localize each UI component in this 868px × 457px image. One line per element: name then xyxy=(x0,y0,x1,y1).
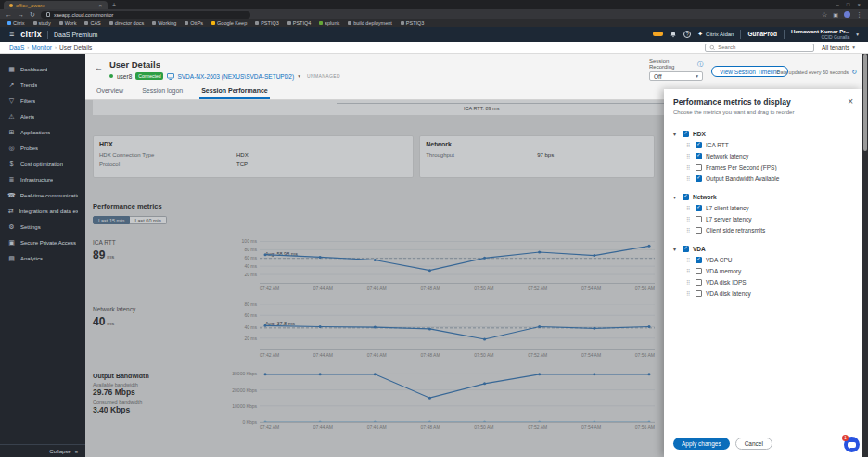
session-recording-select[interactable]: Off ▾ xyxy=(649,71,703,81)
chat-help-button[interactable]: 1 xyxy=(844,437,860,452)
chevron-down-icon[interactable]: ▾ xyxy=(298,73,300,79)
bookmark-item[interactable]: PSTIQ3 xyxy=(401,20,425,26)
tab-session-performance[interactable]: Session Performance xyxy=(199,87,270,99)
metric-group-network[interactable]: ▾ Network xyxy=(673,191,853,202)
checkbox[interactable] xyxy=(696,153,702,159)
drag-handle-icon[interactable]: ⠿ xyxy=(686,279,692,286)
back-arrow-icon[interactable]: ← xyxy=(95,63,103,72)
checkbox[interactable] xyxy=(696,257,702,263)
sidebar-item-settings[interactable]: ⚙Settings xyxy=(0,219,85,235)
browser-profile-avatar[interactable] xyxy=(844,11,850,18)
metric-item[interactable]: ⠿Client side retransmits xyxy=(673,224,853,235)
search-input[interactable] xyxy=(718,44,810,50)
chevron-down-icon[interactable]: ▾ xyxy=(673,131,679,137)
drag-handle-icon[interactable]: ⠿ xyxy=(686,153,692,159)
close-icon[interactable]: × xyxy=(848,97,853,107)
org-switcher[interactable]: GunaProd xyxy=(747,31,776,37)
hamburger-menu-icon[interactable]: ≡ xyxy=(9,30,14,39)
breadcrumb-daas[interactable]: DaaS xyxy=(9,44,24,51)
url-bar[interactable]: xaeapp.cloud.com/monitor xyxy=(41,11,250,19)
sidebar-item-infrastructure[interactable]: ≣Infrastructure xyxy=(0,171,85,187)
checkbox[interactable] xyxy=(696,216,702,222)
checkbox[interactable] xyxy=(696,279,702,286)
metric-item[interactable]: ⠿ICA RTT xyxy=(673,139,853,150)
sidebar-item-applications[interactable]: ⊞Applications xyxy=(0,124,85,140)
checkbox[interactable] xyxy=(683,131,689,137)
tab-session-logon[interactable]: Session logon xyxy=(140,87,185,99)
breadcrumb-monitor[interactable]: Monitor xyxy=(32,44,52,51)
reload-icon[interactable]: ↻ xyxy=(30,11,35,18)
window-maximize-icon[interactable]: □ xyxy=(847,2,850,7)
metric-item[interactable]: ⠿VDA memory xyxy=(673,265,853,276)
drag-handle-icon[interactable]: ⠿ xyxy=(686,164,692,171)
back-icon[interactable]: ← xyxy=(6,11,12,18)
assistant-button[interactable]: ✦ Citrix Aidan xyxy=(697,31,734,38)
browser-menu-icon[interactable]: ⋮ xyxy=(856,11,862,18)
bookmark-item[interactable]: CAS xyxy=(84,20,100,26)
bookmark-item[interactable]: Working xyxy=(152,20,176,26)
checkbox[interactable] xyxy=(696,227,702,234)
metric-item[interactable]: ⠿Frames Per Second (FPS) xyxy=(673,161,853,172)
browser-tab[interactable]: office_aware × xyxy=(4,1,108,9)
metric-item[interactable]: ⠿Output Bandwidth Available xyxy=(673,172,853,184)
line-chart[interactable] xyxy=(260,371,655,423)
checkbox[interactable] xyxy=(696,268,702,274)
sidebar-item-alerts[interactable]: ⚠Alerts xyxy=(0,108,85,124)
metric-group-vda[interactable]: ▾ VDA xyxy=(673,243,853,254)
info-icon[interactable]: ⓘ xyxy=(697,60,703,69)
drag-handle-icon[interactable]: ⠿ xyxy=(686,257,692,263)
forward-icon[interactable]: → xyxy=(18,11,24,18)
chevron-down-icon[interactable]: ▾ xyxy=(673,246,679,252)
line-chart[interactable]: Avg: 58.98 ms xyxy=(260,237,655,284)
window-minimize-icon[interactable]: – xyxy=(836,2,839,7)
drag-handle-icon[interactable]: ⠿ xyxy=(686,175,692,182)
range-last-15-min[interactable]: Last 15 min xyxy=(93,216,130,224)
bookmark-item[interactable]: Google Keep xyxy=(211,20,247,26)
sidebar-item-probes[interactable]: ◎Probes xyxy=(0,140,85,156)
chevron-down-icon[interactable]: ▾ xyxy=(673,194,679,200)
checkbox[interactable] xyxy=(696,142,702,148)
metric-item[interactable]: ⠿VDA disk IOPS xyxy=(673,276,853,287)
metric-item[interactable]: ⠿Network latency xyxy=(673,150,853,161)
extensions-icon[interactable]: ▣ xyxy=(833,11,838,18)
bookmark-star-icon[interactable]: ☆ xyxy=(822,11,827,18)
bookmark-item[interactable]: PSTIQ3 xyxy=(255,20,279,26)
cancel-button[interactable]: Cancel xyxy=(735,438,772,450)
chevron-down-icon[interactable]: ▾ xyxy=(856,32,859,37)
sidebar-item-integrations-and-data-exports[interactable]: ⇄Integrations and data exports xyxy=(0,203,85,219)
bookmark-item[interactable]: PSTIQ4 xyxy=(287,20,312,26)
checkbox[interactable] xyxy=(683,246,689,252)
bookmark-item[interactable]: build deployment xyxy=(348,20,392,26)
checkbox[interactable] xyxy=(696,290,702,297)
metric-item[interactable]: ⠿VDA CPU xyxy=(673,254,853,265)
drag-handle-icon[interactable]: ⠿ xyxy=(686,268,692,274)
metric-item[interactable]: ⠿L7 client latency xyxy=(673,202,853,213)
scrollbar[interactable] xyxy=(862,42,868,457)
checkbox[interactable] xyxy=(696,205,702,211)
drag-handle-icon[interactable]: ⠿ xyxy=(686,205,692,211)
checkbox[interactable] xyxy=(696,164,702,171)
drag-handle-icon[interactable]: ⠿ xyxy=(686,142,692,148)
metric-item[interactable]: ⠿L7 server latency xyxy=(673,213,853,224)
help-icon[interactable]: ? xyxy=(683,31,691,38)
sidebar-item-secure-private-access[interactable]: ▣Secure Private Access xyxy=(0,235,85,250)
metric-group-hdx[interactable]: ▾ HDX xyxy=(673,128,853,139)
sidebar-item-real-time-communications[interactable]: ☎Real-time communications xyxy=(0,187,85,203)
bookmark-item[interactable]: Work xyxy=(59,20,77,26)
search-input-wrap[interactable] xyxy=(705,44,814,52)
range-last-60-min[interactable]: Last 60 min xyxy=(130,216,166,224)
drag-handle-icon[interactable]: ⠿ xyxy=(686,290,692,297)
drag-handle-icon[interactable]: ⠿ xyxy=(686,227,692,234)
bookmark-item[interactable]: Citrix xyxy=(7,20,25,26)
checkbox[interactable] xyxy=(683,194,689,200)
tab-close-icon[interactable]: × xyxy=(98,3,102,8)
sidebar-item-dashboard[interactable]: ▦Dashboard xyxy=(0,61,85,77)
checkbox[interactable] xyxy=(696,175,702,182)
bell-icon[interactable] xyxy=(670,31,677,38)
bookmark-item[interactable]: OttPs xyxy=(185,20,203,26)
tab-overview[interactable]: Overview xyxy=(95,87,125,99)
scrollbar-thumb[interactable] xyxy=(863,54,867,151)
sidebar-collapse-button[interactable]: Collapse « xyxy=(0,444,85,457)
user-menu[interactable]: Hemawant Kumar Pr... CCID Gunalla xyxy=(791,29,849,41)
sidebar-item-analytics[interactable]: ▤Analytics xyxy=(0,250,85,266)
